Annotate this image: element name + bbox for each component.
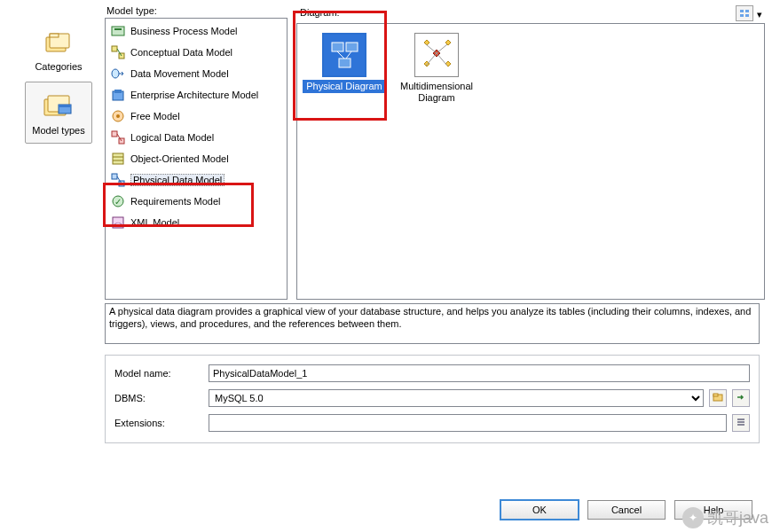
ok-button[interactable]: OK [500,500,579,520]
svg-rect-8 [114,28,122,30]
select-extensions-button[interactable] [732,414,750,432]
model-item-label: Conceptual Data Model [130,47,232,58]
description-text: A physical data diagram provides a graph… [109,306,751,329]
svg-text:<>: <> [114,221,122,227]
nav-label-categories: Categories [35,61,82,72]
diagram-header: Diagram: [298,7,340,18]
model-item-object-oriented[interactable]: Object-Oriented Model [106,148,287,169]
dbms-label: DBMS: [114,393,203,403]
diagram-item-label: Physical Diagram [303,80,386,93]
svg-rect-35 [332,43,343,51]
svg-rect-45 [713,394,718,396]
svg-rect-7 [112,27,124,35]
chevron-down-icon[interactable]: ▾ [756,9,763,20]
model-item-label: Physical Data Model [130,174,225,186]
form-area: Model name: DBMS: MySQL 5.0 Extensions: [105,355,760,443]
dbms-select[interactable]: MySQL 5.0 [209,389,704,407]
watermark: ✦ 凯哥java [682,507,768,528]
svg-point-16 [116,114,120,118]
cancel-button[interactable]: Cancel [587,500,666,520]
model-item-business-process[interactable]: Business Process Model [106,20,287,42]
rqm-icon: ✓ [111,194,125,208]
list-icon [736,417,746,429]
diagram-item-physical[interactable]: Physical Diagram [303,33,386,93]
nav-item-categories[interactable]: Categories [25,18,92,80]
model-item-label: Object-Oriented Model [130,153,229,164]
model-item-conceptual[interactable]: Conceptual Data Model [106,42,287,63]
svg-line-40 [426,44,437,53]
model-item-logical[interactable]: Logical Data Model [106,127,287,148]
model-item-enterprise-arch[interactable]: Enterprise Architecture Model [106,84,287,106]
model-item-label: Business Process Model [130,26,237,36]
svg-rect-6 [59,105,71,107]
folder-icon [713,392,723,404]
svg-rect-2 [50,34,59,37]
left-nav: Categories Model types [12,5,105,300]
diagram-column: Diagram: ▾ [296,5,765,300]
model-item-label: Free Model [130,111,180,121]
physical-diagram-icon [322,33,366,77]
svg-rect-33 [745,14,749,17]
diagram-item-multidimensional[interactable]: Multidimensional Diagram [395,33,478,105]
svg-rect-31 [745,10,749,12]
svg-rect-47 [737,421,744,423]
folder-stack-icon [41,26,76,59]
multidimensional-diagram-icon [414,33,459,77]
dmm-icon [111,66,125,81]
svg-rect-30 [740,10,744,12]
svg-point-12 [112,69,119,78]
diagram-list[interactable]: Physical Diagram Multidimensional [296,23,765,300]
svg-rect-9 [112,46,117,51]
svg-rect-48 [737,424,744,426]
model-item-label: Enterprise Architecture Model [130,90,258,100]
folder-db-icon [41,90,76,123]
model-item-label: XML Model [130,217,179,228]
model-item-physical[interactable]: Physical Data Model [106,169,287,191]
model-item-xml[interactable]: <> XML Model [106,212,287,233]
watermark-text: 凯哥java [707,507,768,528]
svg-rect-23 [112,174,117,179]
svg-rect-46 [737,419,744,420]
top-area: Categories Model types Model type: [0,0,772,300]
bpm-icon [111,24,125,38]
browse-dbms-button[interactable] [709,389,727,407]
svg-line-43 [437,53,447,66]
svg-line-41 [437,44,447,53]
svg-rect-37 [339,59,351,67]
arrow-right-icon [736,392,746,404]
model-item-free[interactable]: Free Model [106,106,287,127]
model-item-label: Requirements Model [130,196,221,207]
svg-rect-32 [740,14,744,17]
xml-icon: <> [111,215,125,230]
diagram-item-label: Multidimensional Diagram [395,80,478,105]
ldm-icon [111,130,125,145]
pdm-icon [111,173,125,187]
extensions-input[interactable] [209,414,727,432]
model-name-input[interactable] [209,364,750,382]
cdm-icon [111,45,125,59]
nav-label-model-types: Model types [32,125,84,136]
svg-rect-17 [112,131,117,137]
svg-rect-20 [113,153,123,164]
model-type-list[interactable]: Business Process Model Conceptual Data M… [105,18,288,300]
model-item-label: Data Movement Model [130,68,229,79]
model-type-header: Model type: [105,5,288,16]
extensions-label: Extensions: [114,418,203,428]
new-model-dialog: Categories Model types Model type: [0,0,772,532]
model-item-requirements[interactable]: ✓ Requirements Model [106,191,287,212]
model-type-column: Model type: Business Process Model Conce… [105,5,288,300]
free-icon [111,109,125,123]
view-options-row: ▾ [736,5,763,21]
eam-icon [111,88,125,102]
model-item-data-movement[interactable]: Data Movement Model [106,63,287,84]
nav-item-model-types[interactable]: Model types [25,82,92,144]
view-mode-button[interactable] [736,5,753,21]
svg-rect-36 [346,43,358,51]
apply-dbms-button[interactable] [732,389,750,407]
svg-line-42 [426,53,437,66]
description-panel: A physical data diagram provides a graph… [105,303,760,344]
model-name-label: Model name: [114,368,203,379]
wechat-icon: ✦ [682,507,704,528]
svg-rect-14 [114,90,122,93]
oom-icon [111,152,125,166]
